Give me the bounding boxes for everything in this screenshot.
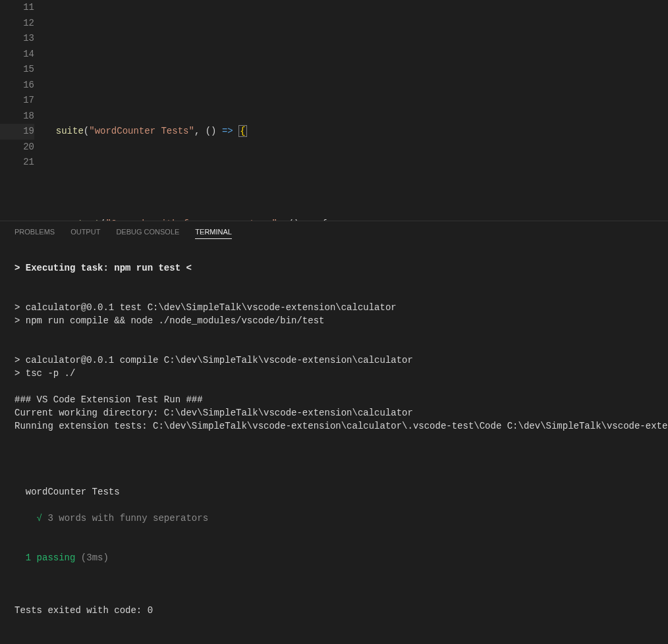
line-number: 19	[0, 124, 34, 140]
token-punc: {	[321, 219, 327, 221]
token-string: "3 words with funny seperators"	[105, 219, 277, 221]
tab-debug-console[interactable]: DEBUG CONSOLE	[116, 228, 179, 239]
code-line[interactable]: test("3 words with funny seperators", ()…	[45, 217, 668, 221]
terminal-line: Running extension tests: C:\dev\SimpleTa…	[14, 421, 668, 431]
line-number: 18	[0, 109, 34, 124]
terminal-summary: 1 passing (3ms)	[14, 552, 109, 563]
terminal-line: > calculator@0.0.1 test C:\dev\SimpleTal…	[14, 302, 397, 313]
bottom-panel: PROBLEMS OUTPUT DEBUG CONSOLE TERMINAL >…	[0, 221, 668, 621]
token-punc: ,	[194, 126, 206, 136]
code-line[interactable]	[45, 171, 668, 186]
panel-tabs: PROBLEMS OUTPUT DEBUG CONSOLE TERMINAL	[0, 221, 668, 244]
token-punc: ()	[206, 126, 217, 136]
terminal-line: Current working directory: C:\dev\Simple…	[14, 408, 413, 418]
terminal-text: >	[14, 263, 26, 273]
code-editor[interactable]: 11 12 13 14 15 16 17 18 19 20 21 suite("…	[0, 0, 668, 221]
token-punc: ()	[289, 219, 300, 221]
token-punc: (	[84, 126, 89, 136]
terminal-text: 3 words with funny seperators	[47, 513, 208, 523]
terminal-line: > Executing task: npm run test <	[14, 263, 192, 273]
code-content[interactable]: suite("wordCounter Tests", () => { test(…	[45, 0, 668, 221]
line-number: 16	[0, 78, 34, 94]
line-number: 17	[0, 93, 34, 109]
terminal-line: Tests exited with code: 0	[14, 605, 153, 616]
line-number: 13	[0, 31, 34, 47]
code-line[interactable]	[45, 78, 668, 94]
terminal-suite: wordCounter Tests	[14, 487, 120, 497]
token-function: suite	[56, 126, 84, 136]
token-function: test	[78, 219, 100, 221]
line-number: 21	[0, 155, 34, 171]
terminal-line: > tsc -p ./	[14, 368, 75, 379]
terminal-line: ### VS Code Extension Test Run ###	[14, 394, 203, 405]
token-string: "wordCounter Tests"	[89, 126, 194, 136]
tab-output[interactable]: OUTPUT	[70, 228, 100, 239]
tab-problems[interactable]: PROBLEMS	[14, 228, 55, 239]
token-punc: ,	[277, 219, 289, 221]
terminal-text: Executing task: npm run test <	[26, 263, 192, 273]
check-icon: √	[14, 513, 47, 523]
line-number: 14	[0, 47, 34, 63]
token-brace: {	[238, 125, 246, 137]
terminal-output[interactable]: > Executing task: npm run test < > calcu…	[0, 244, 668, 621]
terminal-line: > npm run compile && node ./node_modules…	[14, 315, 324, 326]
token-arrow: =>	[222, 126, 233, 136]
line-number-gutter: 11 12 13 14 15 16 17 18 19 20 21	[0, 0, 45, 221]
token-arrow: =>	[305, 219, 316, 221]
tab-terminal[interactable]: TERMINAL	[195, 228, 232, 239]
line-number: 15	[0, 62, 34, 78]
terminal-text: 1 passing	[14, 552, 75, 563]
code-line[interactable]: suite("wordCounter Tests", () => {	[45, 124, 668, 140]
line-number: 20	[0, 140, 34, 155]
line-number: 12	[0, 16, 34, 32]
terminal-text: (3ms)	[75, 552, 108, 563]
line-number: 11	[0, 0, 34, 16]
terminal-test-result: √ 3 words with funny seperators	[14, 513, 208, 523]
code-line[interactable]	[45, 31, 668, 47]
terminal-line: > calculator@0.0.1 compile C:\dev\Simple…	[14, 355, 413, 365]
